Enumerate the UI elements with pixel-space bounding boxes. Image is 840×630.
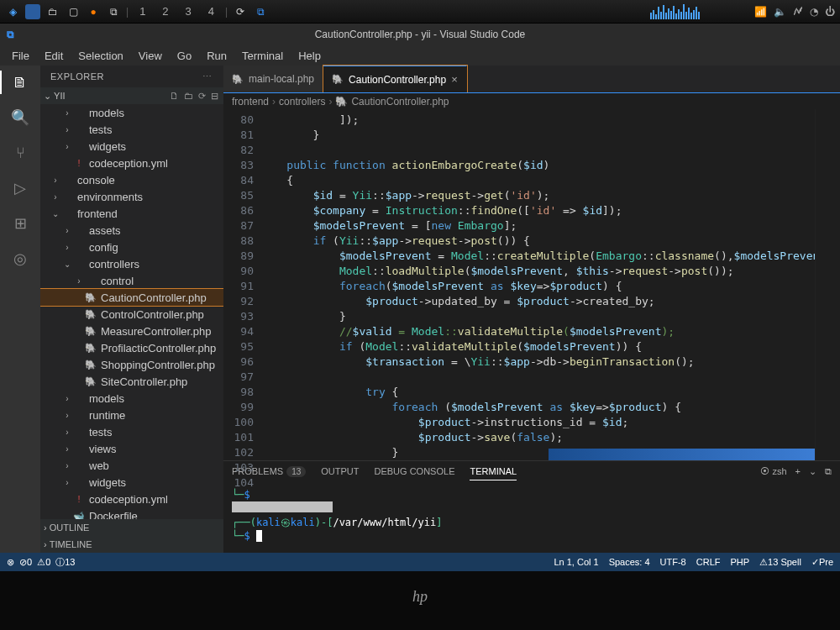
refresh-icon[interactable]: ⟳	[233, 4, 248, 19]
wifi-icon[interactable]: 📶	[754, 6, 767, 18]
tab-main-local[interactable]: 🐘 main-local.php	[223, 66, 323, 92]
terminal-dropdown-icon[interactable]: ⌄	[809, 466, 816, 480]
workspace-1[interactable]: 1	[134, 5, 151, 18]
source-control-icon[interactable]: ⑂	[10, 143, 30, 163]
tree-item[interactable]: !codeception.yml	[40, 491, 223, 507]
tree-item[interactable]: ›views	[40, 440, 223, 457]
status-info[interactable]: ⓘ13	[55, 556, 75, 569]
menu-run[interactable]: Run	[200, 48, 234, 64]
tree-item[interactable]: 🐘ControlController.php	[40, 306, 223, 323]
bottom-panel: PROBLEMS13 OUTPUT DEBUG CONSOLE TERMINAL…	[223, 460, 840, 553]
menu-edit[interactable]: Edit	[38, 48, 70, 64]
minimap[interactable]	[815, 109, 840, 460]
tree-item[interactable]: ›config	[40, 239, 223, 255]
status-eol[interactable]: CRLF	[696, 557, 721, 567]
tree-item[interactable]: 🐘ProfilacticController.php	[40, 339, 223, 356]
explorer-view-icon[interactable]: 🗎	[10, 72, 30, 92]
taskbar-app-icon[interactable]	[25, 4, 40, 19]
volume-icon[interactable]: 🔈	[774, 6, 786, 18]
remote-indicator[interactable]: ⊗	[7, 557, 14, 568]
tree-item[interactable]: ›widgets	[40, 138, 223, 155]
vscode-taskbar-icon[interactable]: ⧉	[253, 4, 268, 19]
menu-help[interactable]: Help	[291, 48, 328, 64]
tree-item[interactable]: ›models	[40, 390, 223, 407]
status-spaces[interactable]: Spaces: 4	[609, 557, 650, 567]
notification-icon[interactable]: ◔	[810, 6, 818, 18]
sidebar-more-icon[interactable]: ⋯	[202, 71, 213, 82]
tree-item[interactable]: 🐘SiteController.php	[40, 373, 223, 390]
terminal-shell-label[interactable]: ⦿ zsh	[760, 466, 786, 480]
file-tree[interactable]: ›models›tests›widgets!codeception.yml›co…	[40, 104, 223, 519]
status-encoding[interactable]: UTF-8	[660, 557, 686, 567]
outline-section[interactable]: › OUTLINE	[40, 519, 223, 536]
terminal-body[interactable]: └─$ ┌──(kali㉿kali)-[/var/www/html/yii] └…	[223, 485, 840, 553]
menu-view[interactable]: View	[132, 48, 169, 64]
tree-item[interactable]: ›runtime	[40, 407, 223, 423]
files-icon[interactable]: 🗀	[45, 4, 60, 19]
battery-icon[interactable]: 🗲	[793, 6, 803, 18]
tree-item[interactable]: 🐘MeasureController.php	[40, 323, 223, 339]
tree-item[interactable]: ›console	[40, 171, 223, 188]
breadcrumb[interactable]: frontend› controllers› 🐘 CautionControll…	[223, 92, 840, 109]
tree-item[interactable]: ›assets	[40, 222, 223, 239]
workspace-3[interactable]: 3	[180, 5, 197, 18]
status-prettier[interactable]: ✓Pre	[811, 557, 833, 568]
tree-item[interactable]: ›tests	[40, 121, 223, 138]
firefox-icon[interactable]: ●	[86, 4, 101, 19]
workspace-4[interactable]: 4	[202, 5, 220, 18]
editor-tabs: 🐘 main-local.php 🐘 CautionController.php…	[223, 66, 840, 92]
refresh-tree-icon[interactable]: ⟳	[198, 91, 206, 102]
tree-item[interactable]: ›tests	[40, 423, 223, 440]
menu-terminal[interactable]: Terminal	[235, 48, 290, 64]
search-view-icon[interactable]: 🔍	[10, 108, 30, 128]
tree-item[interactable]: !codeception.yml	[40, 155, 223, 171]
close-tab-icon[interactable]: ×	[451, 73, 458, 86]
power-icon[interactable]: ⏻	[825, 6, 835, 18]
menu-selection[interactable]: Selection	[71, 48, 129, 64]
run-debug-icon[interactable]: ▷	[10, 178, 30, 198]
tree-item[interactable]: ⌄controllers	[40, 255, 223, 272]
sidebar-root[interactable]: ⌄ YII 🗋 🗀 ⟳ ⊟	[40, 87, 223, 104]
terminal-icon[interactable]: ▢	[66, 4, 81, 19]
new-folder-icon[interactable]: 🗀	[184, 91, 193, 102]
status-errors[interactable]: ⊘0	[19, 557, 32, 568]
remote-icon[interactable]: ◎	[10, 249, 30, 269]
status-warnings[interactable]: ⚠0	[37, 557, 50, 568]
status-position[interactable]: Ln 1, Col 1	[554, 557, 598, 567]
extensions-icon[interactable]: ⊞	[10, 213, 30, 234]
new-file-icon[interactable]: 🗋	[170, 91, 179, 102]
horizontal-scrollbar[interactable]	[223, 449, 815, 460]
terminal2-icon[interactable]: ⧉	[106, 4, 121, 19]
system-tray[interactable]: 📶 🔈 🗲 ◔ ⏻	[754, 6, 835, 18]
menu-go[interactable]: Go	[171, 48, 198, 64]
vscode-logo-icon: ⧉	[7, 29, 14, 40]
tree-item[interactable]: ›web	[40, 457, 223, 474]
tree-item[interactable]: ›widgets	[40, 474, 223, 491]
timeline-section[interactable]: › TIMELINE	[40, 536, 223, 553]
tree-item[interactable]: ›environments	[40, 188, 223, 205]
status-spell[interactable]: ⚠13 Spell	[759, 557, 801, 568]
status-language[interactable]: PHP	[730, 557, 749, 567]
workspace-2[interactable]: 2	[156, 5, 174, 18]
output-tab[interactable]: OUTPUT	[321, 466, 359, 480]
tree-item[interactable]: ⌄frontend	[40, 205, 223, 222]
tree-item[interactable]: ›control	[40, 272, 223, 289]
code-content[interactable]: ]); } public function actionEmbargoCreat…	[260, 109, 815, 460]
collapse-all-icon[interactable]: ⊟	[211, 91, 218, 102]
tab-caution-controller[interactable]: 🐘 CautionController.php ×	[323, 66, 467, 92]
tree-item[interactable]: 🐘ShoppingController.php	[40, 356, 223, 373]
split-terminal-icon[interactable]: ⧉	[825, 466, 832, 480]
sidebar-title: EXPLORER ⋯	[40, 66, 223, 87]
os-taskbar: ◈ 🗀 ▢ ● ⧉ | 1 2 3 4 | ⟳ ⧉ 📶 🔈 🗲 ◔ ⏻	[0, 0, 840, 24]
tree-item[interactable]: 🐋Dockerfile	[40, 507, 223, 519]
terminal-tab[interactable]: TERMINAL	[470, 466, 517, 480]
code-editor[interactable]: 8081828384858687888990919293949596979899…	[223, 109, 840, 460]
activity-bar: 🗎 🔍 ⑂ ▷ ⊞ ◎	[0, 66, 40, 553]
new-terminal-icon[interactable]: +	[795, 466, 801, 480]
sidebar: EXPLORER ⋯ ⌄ YII 🗋 🗀 ⟳ ⊟ ›models›tests›w…	[40, 66, 223, 553]
debug-console-tab[interactable]: DEBUG CONSOLE	[375, 466, 455, 480]
tree-item[interactable]: ›models	[40, 104, 223, 121]
kali-menu-icon[interactable]: ◈	[5, 4, 20, 19]
menu-file[interactable]: File	[5, 48, 36, 64]
tree-item[interactable]: 🐘CautionController.php	[40, 289, 223, 306]
